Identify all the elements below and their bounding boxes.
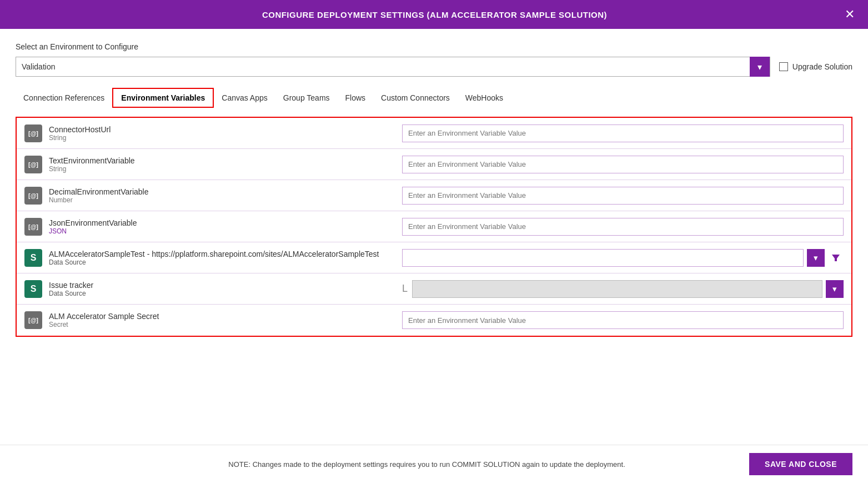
var-name-decimal-env-var: DecimalEnvironmentVariable	[49, 187, 148, 196]
var-left-text-env-var: [@]TextEnvironmentVariableString	[17, 150, 394, 179]
var-icon-text-env-var: [@]	[24, 156, 42, 173]
upgrade-solution-row: Upgrade Solution	[779, 62, 852, 71]
var-filter-btn-alm-accelerator-sample-test[interactable]	[828, 249, 844, 267]
var-name-alm-accelerator-sample-test: ALMAcceleratorSampleTest - https://pplat…	[49, 250, 379, 258]
var-name-connector-host-url: ConnectorHostUrl	[49, 125, 111, 134]
var-type-decimal-env-var: Number	[49, 196, 148, 204]
tab-flows[interactable]: Flows	[338, 89, 374, 107]
modal-header: CONFIGURE DEPLOYMENT SETTINGS (ALM Accel…	[0, 0, 868, 29]
env-select-label: Select an Environment to Configure	[16, 42, 852, 51]
var-left-alm-accelerator-sample-test: SALMAcceleratorSampleTest - https://ppla…	[17, 243, 394, 272]
env-select-row: Validation ▾ Upgrade Solution	[16, 57, 852, 77]
variables-table: [@]ConnectorHostUrlString[@]TextEnvironm…	[16, 117, 852, 337]
tabs-row: Connection ReferencesEnvironment Variabl…	[16, 88, 852, 108]
var-name-text-env-var: TextEnvironmentVariable	[49, 156, 135, 165]
var-icon-alm-accelerator-sample-test: S	[24, 249, 42, 267]
var-right-text-env-var	[394, 150, 851, 179]
close-button[interactable]: ✕	[842, 8, 857, 21]
var-left-alm-accelerator-sample-secret: [@]ALM Accelerator Sample SecretSecret	[17, 306, 394, 335]
var-icon-json-env-var: [@]	[24, 218, 42, 236]
var-row-connector-host-url: [@]ConnectorHostUrlString	[17, 118, 851, 149]
var-type-text-env-var: String	[49, 165, 135, 173]
var-input-text-env-var[interactable]	[402, 156, 844, 173]
var-input-connector-host-url[interactable]	[402, 125, 844, 142]
var-input-alm-accelerator-sample-secret[interactable]	[402, 311, 844, 329]
var-name-alm-accelerator-sample-secret: ALM Accelerator Sample Secret	[49, 312, 159, 321]
var-row-json-env-var: [@]JsonEnvironmentVariableJSON	[17, 211, 851, 242]
tab-environment-variables[interactable]: Environment Variables	[112, 88, 214, 108]
var-icon-connector-host-url: [@]	[24, 125, 42, 142]
var-row-alm-accelerator-sample-test: SALMAcceleratorSampleTest - https://ppla…	[17, 242, 851, 273]
var-type-alm-accelerator-sample-secret: Secret	[49, 321, 159, 328]
var-right-connector-host-url	[394, 119, 851, 148]
tab-webhooks[interactable]: WebHooks	[458, 89, 511, 107]
svg-marker-0	[832, 255, 840, 261]
var-right-alm-accelerator-sample-secret	[394, 306, 851, 335]
modal-footer: NOTE: Changes made to the deployment set…	[0, 445, 868, 483]
var-icon-issue-tracker: S	[24, 280, 42, 298]
var-right-alm-accelerator-sample-test: ▾	[394, 243, 851, 272]
configure-deployment-modal: CONFIGURE DEPLOYMENT SETTINGS (ALM Accel…	[0, 0, 868, 483]
var-left-issue-tracker: SIssue trackerData Source	[17, 275, 394, 303]
var-name-block-json-env-var: JsonEnvironmentVariableJSON	[49, 218, 137, 235]
var-left-connector-host-url: [@]ConnectorHostUrlString	[17, 119, 394, 148]
var-left-json-env-var: [@]JsonEnvironmentVariableJSON	[17, 212, 394, 241]
var-row-decimal-env-var: [@]DecimalEnvironmentVariableNumber	[17, 180, 851, 211]
var-input-alm-accelerator-sample-test[interactable]	[402, 249, 804, 267]
tab-group-teams[interactable]: Group Teams	[275, 89, 338, 107]
var-type-alm-accelerator-sample-test: Data Source	[49, 258, 379, 266]
var-name-block-text-env-var: TextEnvironmentVariableString	[49, 156, 135, 173]
var-left-decimal-env-var: [@]DecimalEnvironmentVariableNumber	[17, 181, 394, 210]
var-row-text-env-var: [@]TextEnvironmentVariableString	[17, 149, 851, 180]
var-row-issue-tracker: SIssue trackerData SourceL▾	[17, 273, 851, 305]
var-right-decimal-env-var	[394, 181, 851, 210]
var-name-json-env-var: JsonEnvironmentVariable	[49, 218, 137, 227]
var-icon-decimal-env-var: [@]	[24, 187, 42, 205]
upgrade-solution-label: Upgrade Solution	[792, 62, 852, 71]
env-select-wrapper: Validation ▾	[16, 57, 770, 77]
footer-note: NOTE: Changes made to the deployment set…	[104, 460, 749, 469]
var-name-block-alm-accelerator-sample-test: ALMAcceleratorSampleTest - https://pplat…	[49, 250, 379, 266]
var-name-block-alm-accelerator-sample-secret: ALM Accelerator Sample SecretSecret	[49, 312, 159, 328]
var-name-issue-tracker: Issue tracker	[49, 281, 93, 290]
var-name-block-connector-host-url: ConnectorHostUrlString	[49, 125, 111, 142]
save-and-close-button[interactable]: SAVE AND CLOSE	[749, 453, 852, 475]
upgrade-solution-checkbox[interactable]	[779, 62, 788, 71]
var-dropdown-btn-alm-accelerator-sample-test[interactable]: ▾	[807, 249, 825, 267]
var-type-issue-tracker: Data Source	[49, 290, 93, 297]
var-input-json-env-var[interactable]	[402, 218, 844, 236]
var-dropdown-btn-issue-tracker[interactable]: ▾	[826, 280, 844, 298]
tab-canvas-apps[interactable]: Canvas Apps	[214, 89, 275, 107]
var-icon-alm-accelerator-sample-secret: [@]	[24, 311, 42, 329]
var-row-alm-accelerator-sample-secret: [@]ALM Accelerator Sample SecretSecret	[17, 305, 851, 336]
var-type-json-env-var: JSON	[49, 227, 137, 235]
var-input-issue-tracker[interactable]	[412, 280, 822, 298]
tab-connection-references[interactable]: Connection References	[16, 89, 112, 107]
env-select-value: Validation	[16, 62, 750, 71]
var-name-block-issue-tracker: Issue trackerData Source	[49, 281, 93, 297]
var-input-decimal-env-var[interactable]	[402, 187, 844, 205]
modal-title: CONFIGURE DEPLOYMENT SETTINGS (ALM Accel…	[27, 10, 842, 19]
var-bracket-issue-tracker: L	[402, 283, 408, 295]
modal-body: Select an Environment to Configure Valid…	[0, 29, 868, 445]
var-name-block-decimal-env-var: DecimalEnvironmentVariableNumber	[49, 187, 148, 204]
var-type-connector-host-url: String	[49, 134, 111, 142]
env-select-dropdown-btn[interactable]: ▾	[750, 57, 770, 77]
var-right-issue-tracker: L▾	[394, 275, 851, 303]
var-right-json-env-var	[394, 212, 851, 241]
tab-custom-connectors[interactable]: Custom Connectors	[373, 89, 458, 107]
